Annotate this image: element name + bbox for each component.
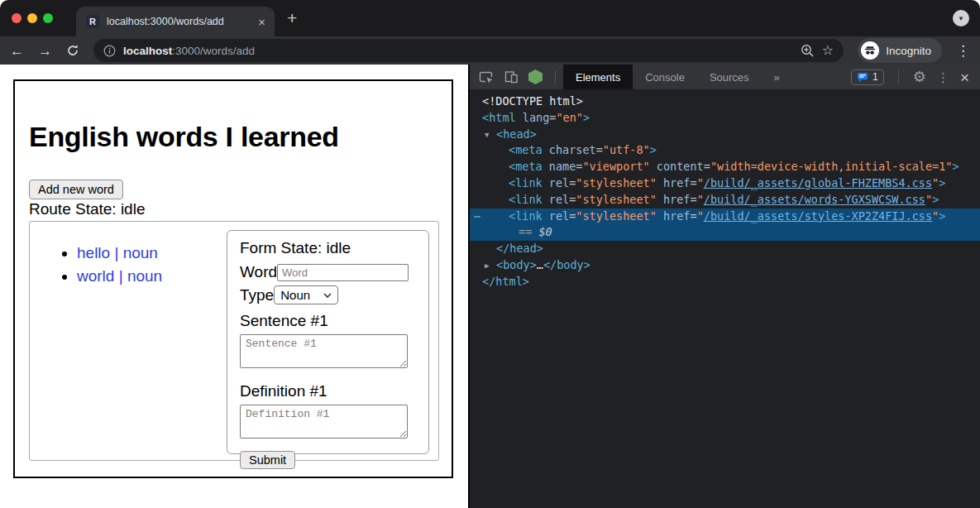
devtools-panel: ElementsConsoleSources» 1 ⚙ ⋮ × <!DOCTYP… (468, 65, 980, 508)
devtools-tabs: ElementsConsoleSources» (563, 65, 792, 89)
info-icon[interactable] (103, 45, 116, 57)
code-token-tag: > (583, 111, 590, 124)
dom-tree-node[interactable]: ▼<head> (470, 127, 980, 143)
code-token-attr: rel (543, 209, 570, 223)
dom-tree-node[interactable]: ▶<body>…</body> (470, 257, 980, 274)
expand-arrow-icon[interactable]: ▼ (485, 127, 489, 144)
devtools-menu-icon[interactable]: ⋮ (937, 71, 949, 84)
code-token-val: " (697, 193, 704, 206)
tab-search-icon[interactable]: ▼ (953, 10, 969, 26)
code-token-tag: <meta (509, 143, 543, 156)
back-icon[interactable]: ← (10, 44, 24, 58)
code-token-dollar: $0 (532, 225, 552, 238)
code-token-eq: == (519, 225, 532, 238)
code-token-link: /build/_assets/styles-XP2Z4FIJ.css (704, 209, 932, 223)
code-token-tag: <body> (496, 258, 537, 271)
sentence-textarea[interactable] (240, 334, 408, 368)
browser-menu-icon[interactable]: ⋮ (956, 44, 970, 58)
device-toolbar-icon[interactable] (504, 69, 519, 84)
devtools-close-icon[interactable]: × (960, 69, 969, 85)
incognito-icon (861, 41, 879, 60)
page-title: English words I learned (29, 121, 339, 153)
new-tab-button[interactable]: + (287, 8, 297, 28)
traffic-lights (12, 13, 53, 23)
incognito-badge: Incognito (858, 38, 942, 63)
dom-tree-node[interactable]: </html> (470, 274, 980, 290)
dom-tree-node[interactable]: <link rel="stylesheet" href="/build/_ass… (470, 192, 980, 208)
tab-close-icon[interactable]: × (256, 15, 268, 29)
word-label: Word (240, 263, 277, 281)
type-select[interactable]: Noun (274, 285, 338, 304)
form-state-text: Form State: idle (240, 239, 416, 257)
chevron-down-icon (323, 293, 332, 298)
incognito-label: Incognito (886, 45, 931, 57)
code-token-attr: charset (543, 143, 596, 156)
code-token-val: "stylesheet" (576, 209, 657, 223)
tab-title: localhost:3000/words/add (107, 16, 256, 27)
app-container: English words I learned Add new word Rou… (13, 79, 453, 478)
address-bar[interactable]: localhost:3000/words/add ☆ (93, 39, 844, 62)
issues-bubble-icon (857, 72, 868, 83)
sentence-label: Sentence #1 (240, 312, 416, 330)
code-token-val: " (925, 193, 932, 206)
close-window-button[interactable] (12, 13, 22, 23)
submit-button[interactable]: Submit (240, 451, 295, 469)
dom-tree-node[interactable]: <html lang="en"> (470, 110, 980, 127)
issues-badge[interactable]: 1 (851, 69, 884, 85)
word-link[interactable]: world | noun (77, 267, 162, 285)
code-token-attr: href (657, 209, 691, 223)
node-overflow-icon[interactable]: ⋯ (474, 208, 481, 225)
dom-tree-node[interactable]: ⋯<link rel="stylesheet" href="/build/_as… (470, 208, 980, 225)
dom-tree-node[interactable]: <meta charset="utf-8"> (470, 142, 980, 159)
code-token-tag: > (952, 160, 958, 173)
code-token-val: "utf-8" (603, 143, 650, 156)
dom-tree-node[interactable]: <!DOCTYPE html> (470, 93, 980, 110)
code-token-pun: = (704, 160, 710, 173)
code-token-val: "viewport" (582, 160, 649, 173)
code-token-pun: = (690, 193, 696, 206)
bookmark-star-icon[interactable]: ☆ (822, 44, 834, 57)
devtools-toolbar: ElementsConsoleSources» 1 ⚙ ⋮ × (470, 65, 980, 90)
code-token-plain: … (537, 258, 543, 271)
zoom-icon[interactable] (801, 44, 815, 58)
forward-icon[interactable]: → (38, 44, 52, 58)
code-token-attr: rel (543, 193, 570, 206)
devtools-tab-elements[interactable]: Elements (563, 65, 633, 89)
code-token-val: " (697, 176, 704, 189)
definition-textarea[interactable] (240, 405, 408, 439)
route-state-text: Route State: idle (29, 200, 145, 218)
devtools-tab-more[interactable]: » (762, 65, 792, 89)
type-select-value: Noun (280, 288, 310, 302)
settings-gear-icon[interactable]: ⚙ (913, 69, 926, 84)
collapse-arrow-icon[interactable]: ▶ (485, 258, 489, 275)
node-target-icon[interactable] (528, 69, 543, 84)
zoom-window-button[interactable] (43, 13, 53, 23)
code-token-tag: <link (509, 176, 543, 189)
code-token-attr: name (543, 160, 576, 173)
devtools-toolbar-right: 1 ⚙ ⋮ × (851, 69, 980, 85)
code-token-tag: </html> (482, 275, 529, 288)
dom-tree-node[interactable]: <link rel="stylesheet" href="/build/_ass… (470, 175, 980, 192)
browser-tab[interactable]: R localhost:3000/words/add × (76, 7, 275, 36)
code-token-tag: </body> (543, 258, 590, 271)
code-token-tag: <head> (496, 127, 537, 141)
word-input[interactable] (277, 264, 409, 281)
minimize-window-button[interactable] (27, 13, 37, 23)
add-new-word-button[interactable]: Add new word (29, 180, 123, 199)
dom-tree-node[interactable]: </head> (470, 241, 980, 257)
add-word-form: Form State: idle Word Type Noun Sentence… (227, 230, 429, 454)
tab-strip: R localhost:3000/words/add × + ▼ (0, 0, 980, 36)
devtools-tab-sources[interactable]: Sources (697, 65, 762, 89)
dom-tree-node[interactable]: <meta name="viewport" content="width=dev… (470, 159, 980, 175)
code-token-tag: > (939, 176, 945, 189)
word-link[interactable]: hello | noun (77, 244, 158, 261)
browser-toolbar: ← → localhost:3000/words/add ☆ Incognito… (0, 36, 980, 65)
devtools-tab-console[interactable]: Console (633, 65, 697, 89)
code-token-attr: href (657, 193, 691, 206)
code-token-tag: > (932, 193, 939, 206)
code-token-tag: <html (482, 111, 516, 124)
reload-icon[interactable] (66, 44, 79, 57)
inspect-element-icon[interactable] (478, 69, 495, 85)
code-token-tag: <meta (509, 160, 543, 173)
dom-tree-node[interactable]: == $0 (470, 224, 980, 241)
